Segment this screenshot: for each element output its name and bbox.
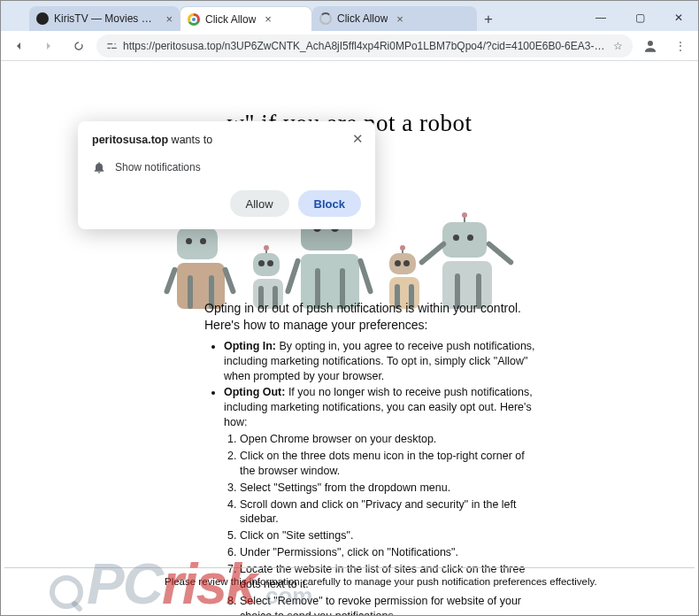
- close-window-button[interactable]: ✕: [659, 4, 698, 31]
- page-viewport: w" if you are not a robot: [1, 61, 698, 615]
- favicon-dot-icon: [36, 12, 49, 25]
- tab-kiristv[interactable]: KirisTV — Movies and Series D… ×: [29, 6, 180, 31]
- close-icon[interactable]: ×: [165, 13, 173, 25]
- profile-button[interactable]: [638, 34, 663, 58]
- opt-in-item: Opting In: By opting in, you agree to re…: [224, 339, 541, 384]
- forward-button[interactable]: [36, 34, 61, 58]
- minimize-button[interactable]: —: [581, 4, 620, 31]
- footer-note: Please review this information carefully…: [165, 576, 597, 587]
- separator-line: [4, 567, 695, 568]
- url-field[interactable]: https://peritosusa.top/n3UP6ZwCNTK_AchA8…: [96, 35, 633, 58]
- step-item: Under "Permissions", click on "Notificat…: [240, 545, 541, 560]
- tab-click-allow-loading[interactable]: Click Allow ×: [312, 6, 477, 31]
- chrome-favicon-icon: [188, 13, 200, 26]
- step-item: Click on the three dots menu icon in the…: [240, 449, 541, 479]
- step-item: Scroll down and click on "Privacy and se…: [240, 497, 541, 527]
- steps-list: Open Chrome browser on your desktop. Cli…: [240, 432, 541, 615]
- window-controls: — ▢ ✕: [581, 4, 698, 31]
- step-item: Open Chrome browser on your desktop.: [240, 432, 541, 447]
- notification-permission-popup: ✕ peritosusa.top wants to Show notificat…: [78, 121, 375, 229]
- close-icon[interactable]: ×: [265, 13, 272, 25]
- lead-paragraph: Opting in or out of push notifications i…: [204, 300, 541, 334]
- bell-icon: [92, 160, 106, 174]
- back-button[interactable]: [6, 34, 31, 58]
- svg-point-0: [648, 41, 653, 46]
- tab-strip: KirisTV — Movies and Series D… × Click A…: [1, 1, 698, 31]
- new-tab-button[interactable]: +: [477, 8, 500, 31]
- step-item: Select "Remove" to revoke permission for…: [240, 594, 541, 615]
- popup-site-name: peritosusa.top: [92, 134, 168, 146]
- tab-label: Click Allow: [205, 13, 256, 26]
- browser-window: KirisTV — Movies and Series D… × Click A…: [0, 0, 699, 616]
- popup-title: peritosusa.top wants to: [92, 134, 361, 146]
- tab-label: KirisTV — Movies and Series D…: [54, 12, 157, 25]
- step-item: Click on "Site settings".: [240, 528, 541, 543]
- person-icon: [642, 38, 658, 54]
- opt-out-item: Opting Out: If you no longer wish to rec…: [224, 385, 541, 430]
- arrow-left-icon: [12, 39, 26, 53]
- popup-actions: Allow Block: [92, 190, 361, 217]
- popup-permission-row: Show notifications: [92, 160, 361, 174]
- popup-close-button[interactable]: ✕: [349, 130, 366, 148]
- address-bar: https://peritosusa.top/n3UP6ZwCNTK_AchA8…: [1, 31, 698, 61]
- arrow-right-icon: [42, 39, 56, 53]
- maximize-button[interactable]: ▢: [620, 4, 659, 31]
- popup-wants-to: wants to: [168, 134, 212, 146]
- step-item: Select "Settings" from the dropdown menu…: [240, 481, 541, 496]
- reload-icon: [72, 39, 86, 53]
- bookmark-star-icon[interactable]: ☆: [611, 40, 624, 52]
- opt-in-label: Opting In:: [224, 340, 276, 352]
- close-icon[interactable]: ×: [396, 13, 403, 25]
- opt-out-label: Opting Out:: [224, 386, 285, 398]
- block-button[interactable]: Block: [298, 190, 361, 217]
- tab-label: Click Allow: [337, 12, 388, 25]
- reload-button[interactable]: [66, 34, 91, 58]
- browser-menu-button[interactable]: ⋮: [668, 34, 693, 58]
- tab-click-allow-active[interactable]: Click Allow ×: [180, 6, 312, 31]
- magnifier-icon: [50, 575, 83, 609]
- tune-icon: [105, 40, 118, 52]
- url-text: https://peritosusa.top/n3UP6ZwCNTK_AchA8…: [123, 40, 606, 52]
- popup-permission-label: Show notifications: [115, 161, 201, 173]
- loading-spinner-icon: [319, 12, 332, 25]
- watermark-pc: PC: [87, 551, 162, 615]
- allow-button[interactable]: Allow: [230, 190, 289, 217]
